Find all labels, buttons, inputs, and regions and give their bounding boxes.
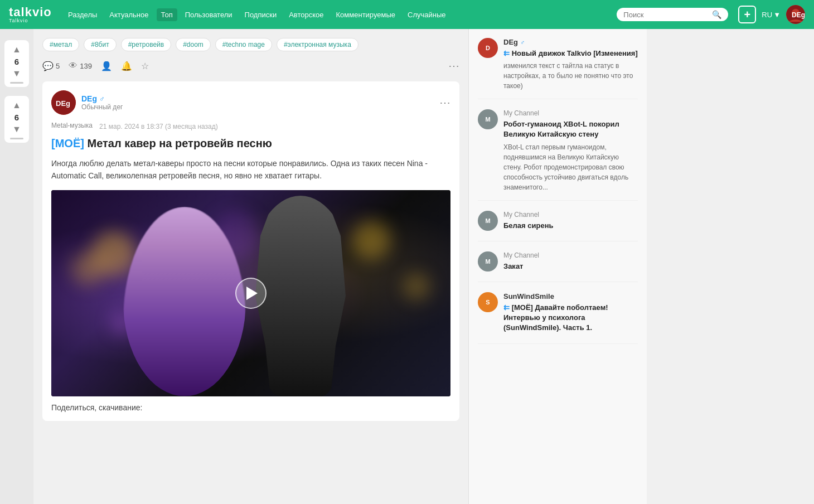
sidebar-post-content-4: My Channel Закат <box>503 251 638 274</box>
person-add-icon: 👤 <box>101 61 112 71</box>
sidebar-avatar-3[interactable]: M <box>478 211 498 231</box>
sidebar-post-content-2: My Channel Робот-гуманоид XBot-L покорил… <box>503 109 638 192</box>
subscribe-button[interactable]: 👤 <box>101 61 112 71</box>
sidebar-post-3: M My Channel Белая сирень <box>478 211 638 241</box>
gender-icon: ♂ <box>99 95 105 103</box>
vote-block-1: ▲ 6 ▼ <box>4 40 29 87</box>
post-footer-text: Поделиться, скачивание: <box>51 403 450 412</box>
page-body: ▲ 6 ▼ ▲ 6 ▼ #метал #8бит #ретровейв #doo… <box>0 29 814 504</box>
vote-count-2: 6 <box>14 113 19 122</box>
sidebar-avatar-2[interactable]: M <box>478 109 498 129</box>
comment-icon: 💬 <box>42 61 54 71</box>
tag-doom[interactable]: #doom <box>176 38 211 51</box>
sidebar-post-5: S SunWindSmile ⇇ [МОЁ] Давайте поболтаем… <box>478 292 638 344</box>
post-options-button[interactable]: ⋯ <box>439 96 450 109</box>
sidebar-post-1: D DEg ♂ ⇇ Новый движок Talkvio [Изменени… <box>478 38 638 99</box>
user-avatar-header[interactable]: DEg <box>786 5 805 24</box>
play-button[interactable] <box>235 278 267 309</box>
post-author-status: Обычный дег <box>81 103 439 111</box>
notify-button[interactable]: 🔔 <box>121 61 132 71</box>
play-triangle-icon <box>246 287 258 300</box>
sidebar-avatar-5[interactable]: S <box>478 292 498 312</box>
views-count: 139 <box>80 62 92 70</box>
search-input[interactable] <box>623 11 709 19</box>
post-category-line: Metal-музыка 21 мар. 2024 в 18:37 (3 мес… <box>51 122 450 132</box>
nav-razdelyы[interactable]: Разделы <box>64 8 101 21</box>
search-box: 🔍 <box>617 8 728 21</box>
sidebar-post-title-4[interactable]: Закат <box>503 261 638 272</box>
nav-polzovateli[interactable]: Пользователи <box>181 8 237 21</box>
sidebar-post-title-1[interactable]: ⇇ Новый движок Talkvio [Изменения] <box>503 49 638 59</box>
sidebar-post-excerpt-2: XBot-L стал первым гуманоидом, поднявшим… <box>503 142 638 192</box>
post-author-avatar[interactable]: DEg <box>51 90 76 115</box>
bell-icon: 🔔 <box>121 61 132 71</box>
post-title: [МОЁ] Метал кавер на ретровейв песню <box>51 136 450 151</box>
post-card: DEg DEg ♂ Обычный дег ⋯ Metal-музыка 21 … <box>42 81 459 421</box>
language-selector[interactable]: RU ▼ <box>762 11 781 19</box>
views-meta[interactable]: 👁 139 <box>69 61 92 71</box>
main-content: #метал #8бит #ретровейв #doom #techno ma… <box>33 29 468 504</box>
sidebar-post-content-1: DEg ♂ ⇇ Новый движок Talkvio [Изменения]… <box>503 38 638 91</box>
sidebar-author-2: My Channel <box>503 109 638 117</box>
sidebar-post-title-2[interactable]: Робот-гуманоид XBot-L покорил Великую Ки… <box>503 119 638 139</box>
add-button[interactable]: + <box>738 6 756 23</box>
sidebar-author-3: My Channel <box>503 211 638 219</box>
more-options-button[interactable]: ⋯ <box>448 59 459 72</box>
tag-techno-mage[interactable]: #techno mage <box>215 38 272 51</box>
nav-sluchajnye[interactable]: Случайные <box>403 8 450 21</box>
post-meta-bar: 💬 5 👁 139 👤 🔔 ☆ ⋯ <box>42 59 459 72</box>
sidebar-post-4: M My Channel Закат <box>478 251 638 282</box>
comment-count: 5 <box>56 62 60 70</box>
sidebar-post-title-5[interactable]: ⇇ [МОЁ] Давайте поболтаем! Интервью у пс… <box>503 303 638 333</box>
sidebar-author-4: My Channel <box>503 251 638 259</box>
nav-avtorskoe[interactable]: Авторское <box>284 8 328 21</box>
sidebar-avatar-4[interactable]: M <box>478 251 498 272</box>
logo-sub: Talkvio <box>9 18 54 23</box>
nav-podpiski[interactable]: Подписки <box>240 8 282 21</box>
post-body: Иногда люблю делать метал-каверы просто … <box>51 157 450 182</box>
sidebar-avatar-1[interactable]: D <box>478 38 498 58</box>
left-sidebar: ▲ 6 ▼ ▲ 6 ▼ <box>0 29 33 504</box>
eye-icon: 👁 <box>69 61 77 71</box>
vote-minus-1[interactable] <box>10 82 23 84</box>
star-button[interactable]: ☆ <box>141 61 149 71</box>
post-author-info: DEg ♂ Обычный дег <box>81 94 439 111</box>
tag-electro[interactable]: #электронная музыка <box>277 38 358 51</box>
comments-meta[interactable]: 💬 5 <box>42 61 60 71</box>
svg-text:DEg: DEg <box>792 11 805 19</box>
header-actions: + RU ▼ DEg <box>738 5 805 24</box>
right-sidebar: D DEg ♂ ⇇ Новый движок Talkvio [Изменени… <box>468 29 647 504</box>
post-author-name[interactable]: DEg ♂ <box>81 94 439 103</box>
sidebar-post-excerpt-1: изменился текст с тайтла на статус в нас… <box>503 61 638 91</box>
star-icon: ☆ <box>141 61 149 71</box>
nav-aktualnoe[interactable]: Актуальное <box>105 8 153 21</box>
nav-top[interactable]: Топ <box>157 8 177 21</box>
post-category[interactable]: Metal-музыка <box>51 122 93 129</box>
search-icon: 🔍 <box>712 10 721 19</box>
vote-block-2: ▲ 6 ▼ <box>4 96 29 143</box>
tag-retroveyv[interactable]: #ретровейв <box>121 38 171 51</box>
sidebar-post-content-3: My Channel Белая сирень <box>503 211 638 233</box>
vote-count-1: 6 <box>14 57 19 66</box>
header: talkvio Talkvio Разделы Актуальное Топ П… <box>0 0 814 29</box>
sidebar-post-2: M My Channel Робот-гуманоид XBot-L покор… <box>478 109 638 200</box>
sidebar-author-5: SunWindSmile <box>503 292 638 301</box>
logo[interactable]: talkvio Talkvio <box>9 6 54 23</box>
downvote-button-1[interactable]: ▼ <box>9 67 25 80</box>
upvote-button-1[interactable]: ▲ <box>9 43 25 56</box>
tag-8bit[interactable]: #8бит <box>84 38 116 51</box>
downvote-button-2[interactable]: ▼ <box>9 123 25 135</box>
post-date: 21 мар. 2024 в 18:37 (3 месяца назад) <box>99 123 218 130</box>
sidebar-post-content-5: SunWindSmile ⇇ [МОЁ] Давайте поболтаем! … <box>503 292 638 336</box>
sidebar-post-title-3[interactable]: Белая сирень <box>503 221 638 231</box>
upvote-button-2[interactable]: ▲ <box>9 99 25 112</box>
nav-kommentiruyemye[interactable]: Комментируемые <box>332 8 400 21</box>
post-header: DEg DEg ♂ Обычный дег ⋯ <box>51 90 450 115</box>
main-nav: Разделы Актуальное Топ Пользователи Подп… <box>64 8 607 21</box>
tag-metal[interactable]: #метал <box>42 38 79 51</box>
svg-text:DEg: DEg <box>56 99 70 108</box>
vote-minus-2[interactable] <box>10 138 23 139</box>
video-player[interactable] <box>51 190 450 396</box>
sidebar-author-1: DEg ♂ <box>503 38 638 46</box>
tags-bar: #метал #8бит #ретровейв #doom #techno ma… <box>42 38 459 51</box>
